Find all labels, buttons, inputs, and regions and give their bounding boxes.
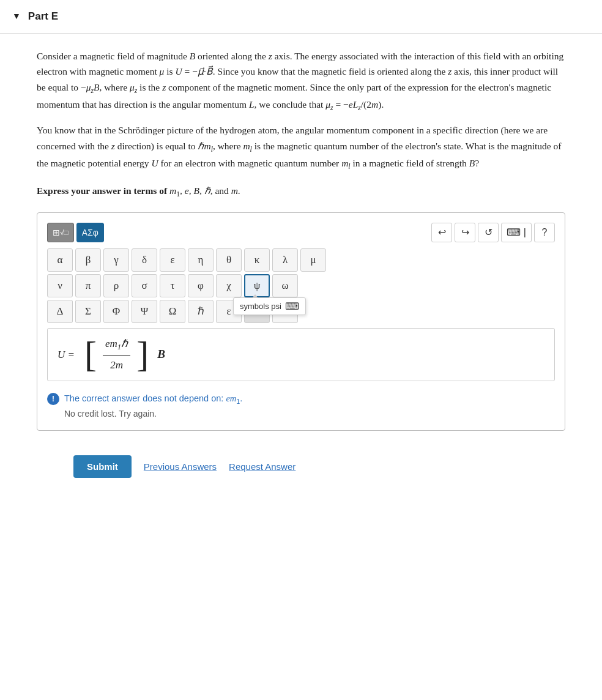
feedback-subtext: No credit lost. Try again. [64,408,555,420]
feedback-message: The correct answer does not depend on: e… [64,392,242,406]
sym-Delta[interactable]: Δ [47,300,73,323]
sym-Omega[interactable]: Ω [160,300,185,323]
feedback-row: ! The correct answer does not depend on:… [47,392,555,406]
symbol-row-2: ν π ρ σ τ φ χ ψ symbols psi ⌨ ω [47,274,555,297]
bracket-right: ] [136,336,149,373]
undo-button[interactable]: ↩ [431,223,452,242]
sym-psi[interactable]: ψ symbols psi ⌨ [244,274,270,297]
tooltip-text: symbols psi [240,302,281,311]
numerator: em1ℏ [103,336,130,356]
answer-input-box: ⊞√□ ΑΣφ ↩ ↪ ↺ ⌨ | ? α β γ δ ε η θ κ λ μ [37,212,565,431]
sym-nu[interactable]: ν [47,274,73,297]
info-icon: ! [47,393,59,405]
part-title: Part E [28,9,58,24]
collapse-chevron-icon[interactable]: ▼ [12,10,21,23]
part-header: ▼ Part E [0,0,602,34]
sym-kappa[interactable]: κ [244,248,270,272]
greek-button[interactable]: ΑΣφ [76,223,104,242]
express-label: Express your answer in terms of [37,185,167,196]
fraction: em1ℏ 2m [103,336,130,373]
submit-button[interactable]: Submit [73,455,132,478]
symbol-row-1: α β γ δ ε η θ κ λ μ [47,248,555,272]
bold-B: B [157,346,165,363]
symbol-toolbar: ⊞√□ ΑΣφ ↩ ↪ ↺ ⌨ | ? [47,223,555,242]
action-bar: Submit Previous Answers Request Answer [37,443,565,490]
sym-sigma[interactable]: σ [132,274,157,297]
sym-epsilon[interactable]: ε [160,248,185,272]
denominator: 2m [108,356,125,373]
sym-delta[interactable]: δ [132,248,157,272]
problem-text: Consider a magnetic field of magnitude B… [37,48,565,173]
sym-tau[interactable]: τ [160,274,185,297]
sym-mu[interactable]: μ [300,248,326,272]
sym-pi[interactable]: π [75,274,101,297]
sym-theta[interactable]: θ [216,248,242,272]
previous-answers-button[interactable]: Previous Answers [144,461,217,472]
u-equals-label: U = [58,347,75,363]
psi-tooltip: symbols psi ⌨ [233,297,306,315]
sym-gamma[interactable]: γ [103,248,129,272]
sym-alpha[interactable]: α [47,248,73,272]
sym-chi[interactable]: χ [216,274,242,297]
bracket-left: [ [84,336,97,373]
redo-button[interactable]: ↪ [455,223,475,242]
feedback-box: ! The correct answer does not depend on:… [47,389,555,420]
sym-beta[interactable]: β [75,248,101,272]
reset-button[interactable]: ↺ [478,223,499,242]
express-line: Express your answer in terms of m1, e, B… [37,184,565,200]
sym-rho[interactable]: ρ [103,274,129,297]
sym-Psi[interactable]: Ψ [132,300,157,323]
sym-eta[interactable]: η [188,248,214,272]
tooltip-keyboard-icon[interactable]: ⌨ [285,300,299,312]
content-area: Consider a magnetic field of magnitude B… [0,34,602,503]
request-answer-button[interactable]: Request Answer [229,461,295,472]
paragraph-2: You know that in the Schrödinger picture… [37,122,565,173]
express-terms: m1, e, B, ℏ, and m. [169,185,240,196]
math-input-area[interactable]: U = [ em1ℏ 2m ] B [47,328,555,381]
sym-lambda[interactable]: λ [272,248,298,272]
symbol-grid: α β γ δ ε η θ κ λ μ ν π ρ σ τ φ χ [47,248,555,323]
keyboard-button[interactable]: ⌨ | [501,223,532,242]
sym-Sigma[interactable]: Σ [75,300,101,323]
sym-omega[interactable]: ω [272,274,298,297]
math-fraction-container: [ em1ℏ 2m ] B [84,336,165,373]
paragraph-1: Consider a magnetic field of magnitude B… [37,48,565,114]
help-button[interactable]: ? [534,223,555,242]
sym-phi[interactable]: φ [188,274,214,297]
sym-Phi[interactable]: Φ [103,300,129,323]
matrix-button[interactable]: ⊞√□ [47,223,74,242]
sym-hbar[interactable]: ℏ [188,300,214,323]
